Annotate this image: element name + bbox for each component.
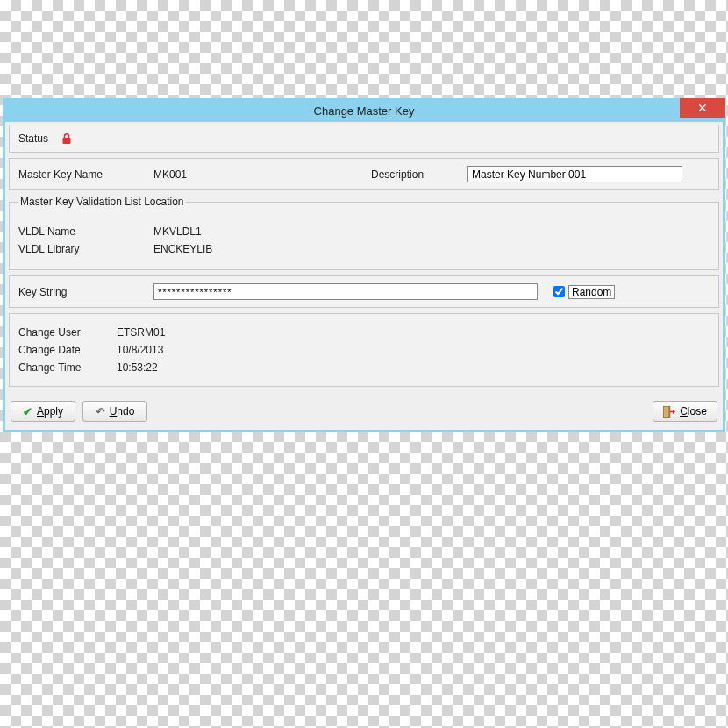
apply-mnemonic: A bbox=[37, 405, 44, 418]
vldl-legend: Master Key Validation List Location bbox=[18, 196, 186, 208]
close-button[interactable]: Close bbox=[653, 401, 717, 422]
close-mnemonic: C bbox=[680, 405, 688, 418]
change-info-panel: Change User ETSRM01 Change Date 10/8/201… bbox=[9, 313, 719, 387]
apply-rest: pply bbox=[44, 405, 63, 418]
change-date-label: Change Date bbox=[18, 344, 117, 356]
status-label: Status bbox=[18, 132, 48, 145]
dialog-content: Status Master Key Name MK001 Description… bbox=[5, 122, 723, 430]
master-key-name-value: MK001 bbox=[153, 168, 187, 181]
vldl-library-value: ENCKEYLIB bbox=[153, 243, 212, 255]
apply-button[interactable]: ✔ Apply bbox=[11, 401, 75, 422]
titlebar[interactable]: Change Master Key ✕ bbox=[5, 101, 723, 122]
change-time-label: Change Time bbox=[18, 361, 117, 374]
check-icon: ✔ bbox=[23, 405, 32, 418]
key-string-input[interactable] bbox=[153, 283, 538, 300]
vldl-library-label: VLDL Library bbox=[18, 243, 153, 255]
change-user-value: ETSRM01 bbox=[117, 326, 165, 339]
button-bar: ✔ Apply ↶ Undo Close bbox=[5, 392, 723, 427]
change-time-value: 10:53:22 bbox=[117, 361, 158, 374]
key-string-panel: Key String Random bbox=[9, 275, 719, 308]
change-date-value: 10/8/2013 bbox=[117, 344, 163, 356]
master-key-name-label: Master Key Name bbox=[18, 168, 153, 181]
random-checkbox[interactable] bbox=[553, 286, 565, 297]
key-string-label: Key String bbox=[18, 286, 153, 298]
change-user-label: Change User bbox=[18, 326, 117, 339]
svg-rect-0 bbox=[63, 138, 71, 144]
close-window-button[interactable]: ✕ bbox=[680, 98, 725, 118]
vldl-name-value: MKVLDL1 bbox=[153, 225, 202, 238]
status-panel: Status bbox=[9, 125, 719, 153]
undo-icon: ↶ bbox=[96, 405, 105, 418]
description-input[interactable] bbox=[467, 166, 682, 182]
close-rest: lose bbox=[688, 405, 707, 418]
lock-icon bbox=[61, 132, 73, 145]
dialog-window: Change Master Key ✕ Status Master Key Na… bbox=[3, 98, 725, 432]
window-title: Change Master Key bbox=[314, 104, 415, 118]
description-label: Description bbox=[371, 168, 467, 181]
random-label[interactable]: Random bbox=[568, 285, 615, 299]
vldl-fieldset: Master Key Validation List Location VLDL… bbox=[9, 196, 719, 270]
undo-rest: ndo bbox=[117, 405, 134, 418]
door-icon bbox=[663, 406, 675, 418]
vldl-name-label: VLDL Name bbox=[18, 225, 153, 238]
undo-mnemonic: U bbox=[110, 405, 118, 418]
undo-button[interactable]: ↶ Undo bbox=[82, 401, 147, 422]
master-key-panel: Master Key Name MK001 Description bbox=[9, 158, 719, 190]
svg-rect-2 bbox=[664, 407, 668, 417]
